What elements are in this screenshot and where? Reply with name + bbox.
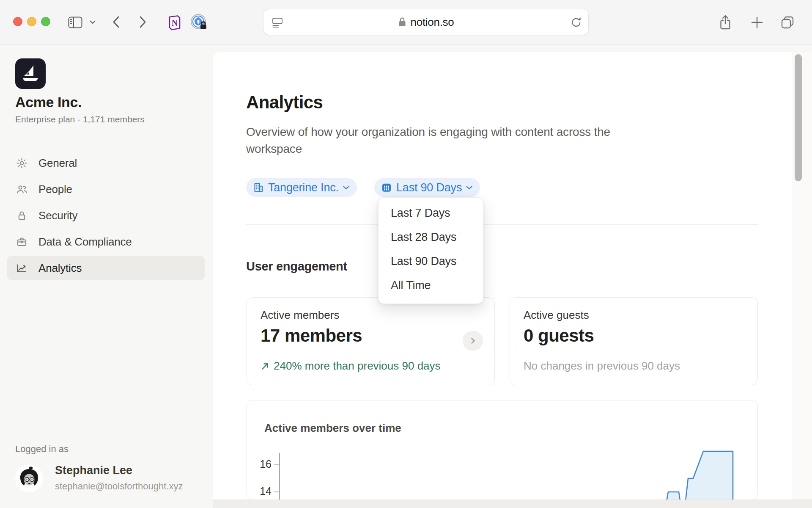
workspace-logo xyxy=(15,58,46,89)
active-guests-card: Active guests 0 guests No changes in pre… xyxy=(510,297,758,385)
address-bar[interactable]: notion.so xyxy=(263,9,589,35)
close-window-button[interactable] xyxy=(13,17,22,26)
workspace-plan: Enterprise plan · 1,171 members xyxy=(15,114,145,124)
back-icon xyxy=(112,15,121,29)
sidebar-item-analytics[interactable]: Analytics xyxy=(7,256,205,280)
scrollbar-thumb[interactable] xyxy=(795,54,802,181)
page-description: Overview of how your organization is eng… xyxy=(246,124,642,157)
password-extension-button[interactable] xyxy=(190,14,208,31)
browser-toolbar: N xyxy=(0,0,812,44)
date-range-filter-pill[interactable]: Last 90 Days xyxy=(374,178,480,197)
gear-icon xyxy=(16,157,27,169)
lock-icon xyxy=(398,17,407,28)
svg-text:N: N xyxy=(172,18,178,28)
sidebar-item-label: Security xyxy=(38,209,77,222)
stat-title: Active guests xyxy=(524,309,589,322)
zoom-window-button[interactable] xyxy=(41,17,50,26)
area-chart xyxy=(247,400,758,500)
stat-value: 0 guests xyxy=(524,326,594,346)
sidebar-toggle-button[interactable] xyxy=(67,16,84,29)
chevron-right-icon xyxy=(468,336,478,346)
forward-button[interactable] xyxy=(136,14,149,30)
tab-overview-icon xyxy=(780,15,795,30)
section-title: User engagement xyxy=(246,260,347,273)
sidebar-item-label: Data & Compliance xyxy=(38,235,132,248)
sidebar-menu-chevron-button[interactable] xyxy=(89,19,96,25)
stat-value: 17 members xyxy=(261,326,362,346)
workspace-filter-label: Tangerine Inc. xyxy=(268,181,339,194)
stat-delta: No changes in previous 90 days xyxy=(524,359,680,373)
address-text-group: notion.so xyxy=(398,9,454,35)
stat-delta-text: No changes in previous 90 days xyxy=(524,359,680,373)
reader-view-icon xyxy=(271,16,284,29)
dropdown-item-all-time[interactable]: All Time xyxy=(379,273,483,298)
password-manager-icon xyxy=(190,14,208,31)
date-range-dropdown-menu: Last 7 Days Last 28 Days Last 90 Days Al… xyxy=(378,197,483,304)
dropdown-item-last-90-days[interactable]: Last 90 Days xyxy=(379,249,483,273)
dropdown-item-last-28-days[interactable]: Last 28 Days xyxy=(379,225,483,249)
screenshot-root: N xyxy=(0,0,812,508)
lock-icon xyxy=(16,210,27,221)
share-icon xyxy=(719,14,732,30)
reload-icon xyxy=(570,17,582,28)
briefcase-icon xyxy=(16,236,27,248)
calendar-icon xyxy=(381,182,392,193)
url-text: notion.so xyxy=(411,16,454,29)
sidebar-item-general[interactable]: General xyxy=(7,151,205,175)
arrow-up-right-icon xyxy=(261,362,270,371)
sailboat-icon xyxy=(20,64,41,84)
toolbar-divider xyxy=(87,16,87,29)
drilldown-button[interactable] xyxy=(463,331,483,351)
minimize-window-button[interactable] xyxy=(27,17,36,26)
sidebar-item-label: Analytics xyxy=(38,262,82,275)
people-icon xyxy=(16,184,27,195)
user-avatar xyxy=(15,464,43,492)
page-settings-button[interactable] xyxy=(270,15,285,30)
plus-icon xyxy=(751,16,763,29)
logged-in-as-label: Logged in as xyxy=(15,444,69,455)
sidebar-item-people[interactable]: People xyxy=(7,177,205,201)
section-divider xyxy=(246,224,758,225)
user-email: stephanie@toolsforthought.xyz xyxy=(55,481,183,492)
settings-sidebar: Acme Inc. Enterprise plan · 1,171 member… xyxy=(0,44,213,508)
sidebar-item-data-compliance[interactable]: Data & Compliance xyxy=(7,230,205,254)
notion-extension-button[interactable]: N xyxy=(166,14,183,31)
dropdown-item-last-7-days[interactable]: Last 7 Days xyxy=(379,201,483,225)
window-bottom-edge xyxy=(213,500,812,508)
chevron-down-icon xyxy=(343,186,349,190)
notion-icon: N xyxy=(167,14,182,31)
workspace-filter-pill[interactable]: Tangerine Inc. xyxy=(246,178,357,197)
trend-line-icon xyxy=(16,262,27,274)
new-tab-button[interactable] xyxy=(749,15,765,30)
share-button[interactable] xyxy=(717,14,733,31)
tab-overview-button[interactable] xyxy=(779,14,796,30)
avatar-illustration xyxy=(15,464,43,492)
sidebar-item-label: General xyxy=(38,157,77,170)
stat-title: Active members xyxy=(261,309,339,322)
date-range-filter-label: Last 90 Days xyxy=(396,181,462,194)
chevron-down-icon xyxy=(466,186,472,190)
user-name: Stephanie Lee xyxy=(55,464,132,477)
sidebar-item-label: People xyxy=(38,183,72,196)
page-title: Analytics xyxy=(246,92,323,113)
chevron-down-icon xyxy=(90,20,96,24)
back-button[interactable] xyxy=(110,14,123,30)
active-members-card[interactable]: Active members 17 members 240% more than… xyxy=(247,297,495,385)
reload-button[interactable] xyxy=(569,15,583,30)
forward-icon xyxy=(138,15,147,29)
stat-delta: 240% more than previous 90 days xyxy=(261,359,441,373)
sidebar-toggle-icon xyxy=(68,17,82,28)
sidebar-item-security[interactable]: Security xyxy=(7,204,205,227)
building-icon xyxy=(253,182,264,193)
workspace-name: Acme Inc. xyxy=(15,94,82,110)
stat-delta-text: 240% more than previous 90 days xyxy=(274,359,441,373)
